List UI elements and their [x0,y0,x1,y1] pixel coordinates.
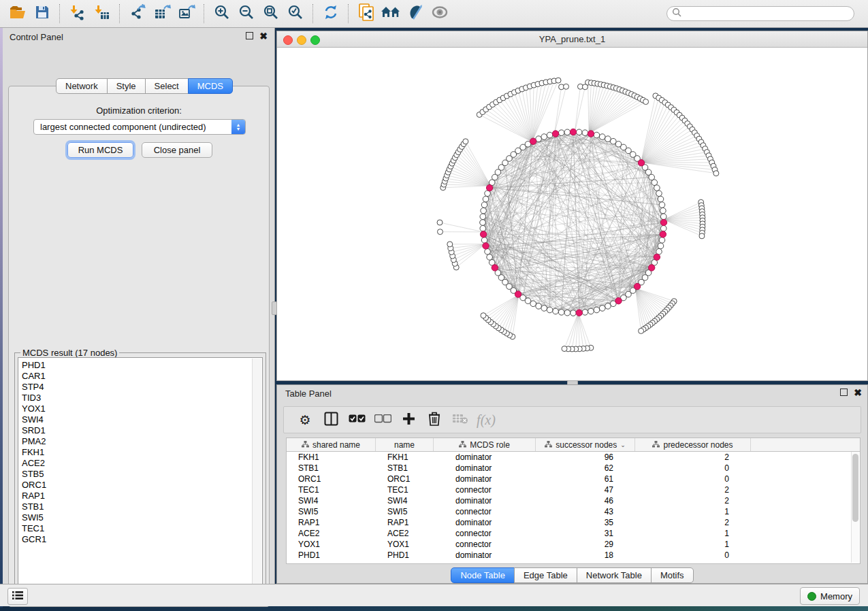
tab-mcds[interactable]: MCDS [188,78,233,94]
tab-select[interactable]: Select [145,78,189,94]
table-row[interactable]: RAP1RAP1dominator352 [287,517,860,528]
save-session-button[interactable] [30,2,54,25]
table-cell: TEC1 [376,484,434,495]
optimization-criterion-select[interactable]: largest connected component (undirected)… [33,119,246,135]
table-row[interactable]: ACE2ACE2connector311 [287,528,860,539]
table-cell: SWI4 [376,495,434,506]
network-canvas[interactable] [277,47,867,380]
delete-table-button[interactable] [447,408,473,431]
mcds-result-item[interactable]: TEC1 [22,523,262,534]
mcds-result-item[interactable]: STB1 [22,501,262,512]
memory-button[interactable]: Memory [800,587,860,605]
deselect-all-button[interactable] [370,408,396,431]
function-builder-button[interactable]: f(x) [473,408,499,431]
mcds-result-item[interactable]: SWI4 [22,414,262,425]
mcds-result-list[interactable]: PHD1CAR1STP4TID3YOX1SWI4SRD1PMA2FKH1ACE2… [18,357,263,601]
close-panel-button[interactable]: Close panel [142,142,212,158]
checked-boxes-icon [349,414,366,426]
show-all-button[interactable] [379,2,403,25]
mcds-result-item[interactable]: YOX1 [22,403,262,414]
hide-selected-button[interactable] [403,2,428,25]
table-scrollbar-thumb[interactable] [852,454,858,522]
table-row[interactable]: TEC1TEC1connector472 [287,484,860,495]
import-network-button[interactable] [65,2,90,25]
table-settings-button[interactable]: ⚙ [292,408,318,431]
table-cell: connector [434,506,536,517]
mcds-list-scrollbar[interactable] [252,359,261,599]
mcds-result-item[interactable]: STB5 [22,469,262,480]
run-mcds-button[interactable]: Run MCDS [67,142,133,158]
mcds-result-item[interactable]: GCR1 [22,534,262,545]
zoom-in-button[interactable] [210,2,234,25]
zoom-selected-button[interactable] [283,2,308,25]
new-network-button[interactable] [354,2,379,25]
node-table: shared namenameMCDS rolesuccessor nodes⌄… [286,437,861,564]
mcds-result-item[interactable]: PHD1 [22,360,262,371]
column-header-name[interactable]: name [376,438,434,451]
column-header-predecessor-nodes[interactable]: predecessor nodes [635,438,751,451]
mcds-result-item[interactable]: STP4 [22,382,262,393]
table-row[interactable]: STB1STB1dominator620 [287,463,860,474]
tab-network[interactable]: Network [56,78,108,94]
zoom-fit-button[interactable] [259,2,283,25]
import-table-button[interactable] [90,2,114,25]
table-cell: dominator [434,517,536,528]
mcds-result-item[interactable]: RAP1 [22,491,262,501]
mcds-result-item[interactable]: TID3 [22,393,262,403]
table-body: FKH1FKH1dominator962STB1STB1dominator620… [287,452,860,561]
control-panel-title: Control Panel [10,32,63,42]
table-row[interactable]: ORC1ORC1dominator610 [287,474,860,484]
add-column-button[interactable] [396,408,421,431]
table-row[interactable]: PHD1PHD1dominator180 [287,550,860,561]
delete-column-button[interactable] [421,408,447,431]
table-cell: SWI5 [376,506,434,517]
export-image-button[interactable] [174,2,199,25]
float-panel-icon[interactable] [246,32,253,39]
unchecked-boxes-icon [374,414,391,426]
column-header-MCDS-role[interactable]: MCDS role [434,438,536,451]
tab-network-table[interactable]: Network Table [577,567,652,583]
table-row[interactable]: SWI5SWI5connector431 [287,506,860,517]
column-header-successor-nodes[interactable]: successor nodes⌄ [536,438,635,451]
mcds-result-item[interactable]: PMA2 [22,436,262,447]
export-network-button[interactable] [125,2,150,25]
network-document-icon [358,3,374,24]
table-row[interactable]: FKH1FKH1dominator962 [287,452,860,463]
tab-edge-table[interactable]: Edge Table [514,567,577,583]
search-input[interactable] [684,7,854,20]
show-hidden-button[interactable] [428,2,452,25]
close-panel-icon[interactable]: ✖ [259,33,268,39]
table-scrollbar[interactable] [851,452,859,563]
open-file-button[interactable] [5,2,30,25]
network-window-title: YPA_prune.txt_1 [277,34,867,44]
toolbar-separator [119,4,120,23]
vertical-splitter-handle[interactable] [272,301,277,315]
table-row[interactable]: YOX1YOX1connector291 [287,539,860,550]
mcds-result-item[interactable]: FKH1 [22,447,262,458]
float-table-panel-icon[interactable] [840,389,848,396]
tab-motifs[interactable]: Motifs [651,567,694,583]
table-cell: 31 [536,528,635,539]
table-cell: connector [434,539,536,550]
vizmap-pen-icon [406,4,424,23]
tab-style[interactable]: Style [107,78,146,94]
show-column-panel-button[interactable] [318,408,344,431]
task-history-button[interactable] [7,588,28,605]
list-icon [12,591,23,603]
mcds-result-item[interactable]: SRD1 [22,425,262,436]
refresh-layout-button[interactable] [319,2,343,25]
select-all-button[interactable] [344,408,370,431]
mcds-result-item[interactable]: SWI5 [22,512,262,523]
close-table-panel-icon[interactable]: ✖ [854,389,862,396]
zoom-out-button[interactable] [234,2,259,25]
column-header-shared-name[interactable]: shared name [287,438,376,451]
network-window-titlebar[interactable]: YPA_prune.txt_1 [277,31,867,48]
mcds-result-item[interactable]: ORC1 [22,480,262,491]
mcds-result-item[interactable]: CAR1 [22,371,262,382]
search-box[interactable] [666,6,854,21]
status-bar: Memory [0,584,868,606]
export-table-button[interactable] [150,2,174,25]
table-row[interactable]: SWI4SWI4dominator462 [287,495,860,506]
tab-node-table[interactable]: Node Table [451,567,515,583]
mcds-result-item[interactable]: ACE2 [22,458,262,469]
